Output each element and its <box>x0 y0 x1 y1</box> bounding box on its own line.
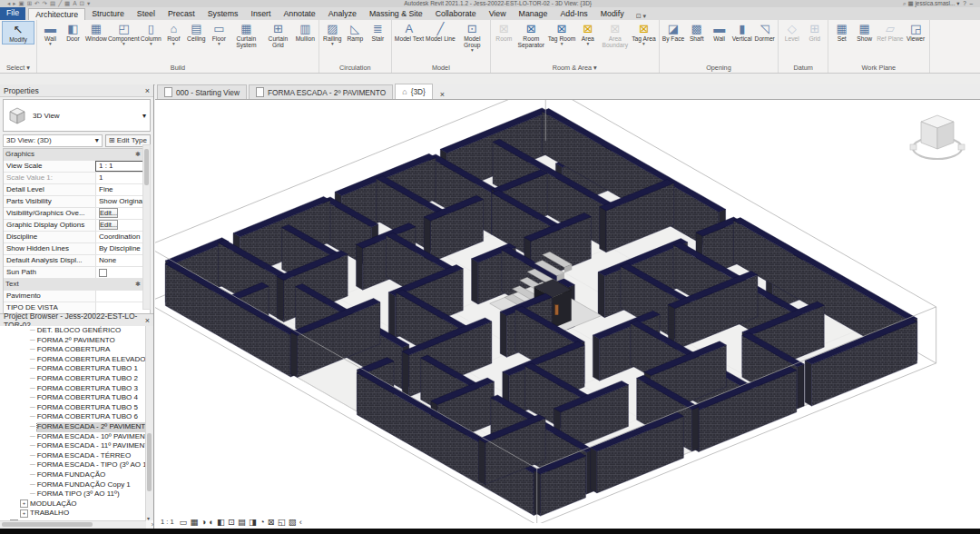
project-browser-close-icon[interactable]: × <box>145 316 150 325</box>
prop-value[interactable] <box>95 267 150 278</box>
reveal-hidden-icon[interactable]: ◔ <box>260 517 265 527</box>
tree-item[interactable]: ─FORMA FUNDAÇÃO Copy 1 <box>0 480 146 490</box>
type-selector[interactable]: 3D View ▾ <box>3 99 151 132</box>
level-button[interactable]: ◇Level <box>780 21 803 43</box>
tree-item[interactable]: ─FORMA COBERTURA TUBO 5 <box>0 403 146 413</box>
view-tab-forma-escada-2-pavimento[interactable]: FORMA ESCADA - 2º PAVIMENTO <box>249 84 393 99</box>
prop-value[interactable] <box>95 291 150 302</box>
lock-view-icon[interactable]: ▤ <box>238 517 246 527</box>
by-face-button[interactable]: ◪By Face <box>662 21 686 43</box>
temporary-view-icon[interactable]: ◱ <box>278 517 286 527</box>
properties-scrollbar[interactable] <box>142 144 151 310</box>
tree-item[interactable]: ─FORMA COBERTURA TUBO 2 <box>0 374 146 384</box>
view-scale-button[interactable]: 1 : 1 <box>161 518 174 526</box>
hide-isolate-icon[interactable]: ◨ <box>249 517 257 527</box>
shaft-button[interactable]: ▩Shaft <box>685 21 708 43</box>
browser-vscrollbar[interactable]: ▾ <box>145 326 153 520</box>
tree-item[interactable]: ─DET. BLOCO GENÉRICO <box>0 326 146 336</box>
tree-item[interactable]: ─FORMA COBERTURA <box>0 345 146 355</box>
tree-item[interactable]: ─FORMA FUNDAÇÃO <box>0 470 146 480</box>
ribbon-tab-view[interactable]: View <box>483 8 513 20</box>
edit-button[interactable]: Edit... <box>99 208 118 218</box>
floor-button[interactable]: ▭Floor▾ <box>208 21 230 47</box>
sun-path-checkbox[interactable] <box>99 269 107 277</box>
ribbon-tab-steel[interactable]: Steel <box>131 8 162 20</box>
ribbon-tab-insert[interactable]: Insert <box>244 8 277 20</box>
type-selector-dropdown-icon[interactable]: ▾ <box>142 112 146 120</box>
section-graphics[interactable]: Graphics✱ ∧ <box>4 149 150 161</box>
stair-button[interactable]: ≣Stair <box>367 21 389 43</box>
panel-label[interactable]: Select ▾ <box>2 63 34 73</box>
room-button[interactable]: ⊠Room <box>493 21 515 43</box>
tag-room-button[interactable]: ⊠Tag Room▾ <box>547 21 576 47</box>
section-text[interactable]: Text✱ ∧ <box>4 279 150 291</box>
expand-icon[interactable]: + <box>20 509 28 518</box>
model-line-button[interactable]: ╱Model Line <box>425 21 456 43</box>
model-group-button[interactable]: ⊡Model Group▾ <box>456 21 488 54</box>
modify-button[interactable]: ↖Modify <box>2 21 34 44</box>
crop-view-icon[interactable]: ◧ <box>217 517 225 527</box>
set-button[interactable]: ▦Set <box>830 21 853 43</box>
titlebar-right[interactable]: ⌕ ▦ jessica.smasl... ▾ ? – <box>903 0 973 7</box>
tree-item[interactable]: +MODULAÇÃO <box>0 499 146 509</box>
prop-value[interactable]: Coordination <box>95 232 150 242</box>
sun-path-icon[interactable]: ◑ <box>201 517 207 527</box>
ribbon-tab-architecture[interactable]: Architecture <box>28 8 85 20</box>
ribbon-tab-file[interactable]: File <box>0 7 25 20</box>
area-boundary-button[interactable]: ⊠Area Boundary <box>599 21 631 49</box>
view-name-dropdown[interactable]: 3D View: (3D)▾ <box>3 134 103 147</box>
area-button[interactable]: ⊠Area▾ <box>576 21 599 47</box>
vertical-button[interactable]: ▮Vertical <box>730 21 753 43</box>
crop-region-icon[interactable]: ▭ <box>180 517 188 527</box>
analytical-icon[interactable]: ▧ <box>289 517 297 527</box>
ceiling-button[interactable]: ▤Ceiling <box>185 21 208 43</box>
browser-hscrollbar[interactable]: › <box>0 520 146 529</box>
tree-item[interactable]: ─FORMA COBERTURA TUBO 3 <box>0 384 146 394</box>
wall-button[interactable]: ▬Wall▾ <box>39 21 62 47</box>
component-button[interactable]: ◰Component▾ <box>108 21 140 47</box>
prop-value[interactable]: Fine <box>95 184 150 195</box>
tree-item[interactable]: ─FORMA COBERTURA TUBO 4 <box>0 393 146 403</box>
ribbon-tab-precast[interactable]: Precast <box>162 8 201 20</box>
wall-button[interactable]: ▬Wall <box>708 21 730 43</box>
ribbon-tab-manage[interactable]: Manage <box>513 8 554 20</box>
ribbon-tab-structure[interactable]: Structure <box>85 8 131 20</box>
show-button[interactable]: ▦Show <box>853 21 876 43</box>
3d-view-canvas[interactable]: 1 : 1▭▦◑◐◧⊡▤◨◔⊠◱▧‹ <box>155 100 980 529</box>
visual-style-icon[interactable]: ▦ <box>191 517 199 527</box>
3d-model-view[interactable] <box>155 100 980 523</box>
column-button[interactable]: ▯Column▾ <box>140 21 162 47</box>
worksharing-icon[interactable]: ⊠ <box>268 517 275 527</box>
tree-item[interactable]: ─FORMA ESCADA - TÉRREO <box>0 451 146 461</box>
properties-close-icon[interactable]: × <box>145 86 150 95</box>
dormer-button[interactable]: ◹Dormer <box>753 21 776 43</box>
ribbon-tab-systems[interactable]: Systems <box>201 8 245 20</box>
prop-value[interactable]: Edit... <box>95 220 150 231</box>
tree-item[interactable]: ─FORMA COBERTURA TUBO 6 <box>0 412 146 422</box>
ramp-button[interactable]: ◺Ramp <box>344 21 367 43</box>
ribbon-tab-modify[interactable]: Modify <box>594 8 631 20</box>
prop-value[interactable]: 1 : 1 <box>95 161 150 172</box>
tree-item[interactable]: ─FORMA ESCADA - 11º PAVIMENTO <box>0 441 146 451</box>
modify-extra-icon[interactable]: ⊡ ▾ <box>636 13 646 20</box>
ribbon-tab-analyze[interactable]: Analyze <box>322 8 363 20</box>
prop-value[interactable]: None <box>95 255 150 266</box>
model-text-button[interactable]: AModel Text <box>394 21 425 43</box>
tree-item[interactable]: +TRABALHO <box>0 509 146 519</box>
ribbon-tab-add-ins[interactable]: Add-Ins <box>554 8 593 20</box>
tree-item[interactable]: ─FORMA ESCADA - TIPO (3º AO 10º PA <box>0 460 146 470</box>
mullion-button[interactable]: ▥Mullion <box>294 21 317 43</box>
view-tab-000-starting-view[interactable]: 000 - Starting View <box>157 84 247 99</box>
shadows-icon[interactable]: ◐ <box>209 517 214 527</box>
viewer-button[interactable]: ◲Viewer <box>905 21 927 43</box>
ribbon-tab-annotate[interactable]: Annotate <box>277 8 321 20</box>
grid-button[interactable]: ⊞Grid <box>803 21 826 43</box>
ribbon-tab-massing-site[interactable]: Massing & Site <box>363 8 429 20</box>
tree-item[interactable]: ─FORMA ESCADA - 10º PAVIMENTO <box>0 432 146 442</box>
quick-access-toolbar[interactable]: ◂▸▣⊞↶↷▤╱▦A⊡▾ <box>7 0 93 7</box>
room-separator-button[interactable]: ⊠Room Separator <box>515 21 547 49</box>
window-button[interactable]: ▦Window <box>84 21 108 43</box>
view-tab-close-icon[interactable]: × <box>440 90 445 99</box>
view-tab--3d-[interactable]: ⌂{3D} <box>395 84 433 99</box>
constraints-icon[interactable]: ‹ <box>299 517 302 527</box>
